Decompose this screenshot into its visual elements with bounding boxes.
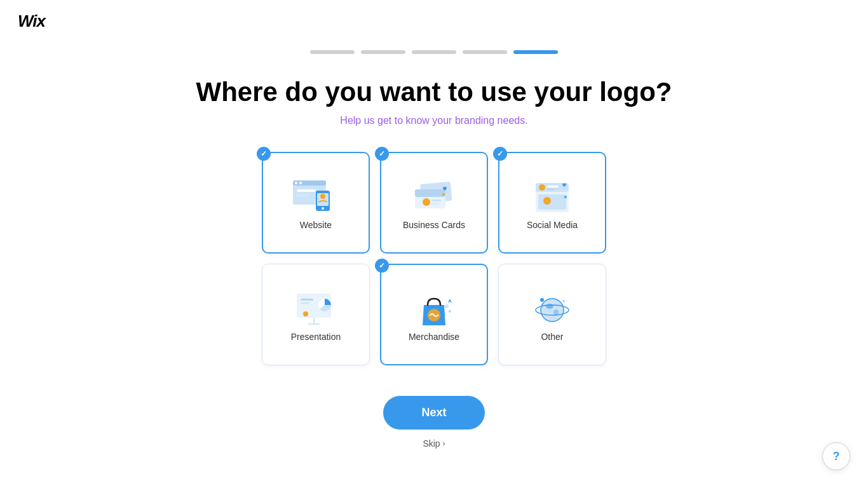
social-media-icon <box>527 175 578 220</box>
svg-point-31 <box>303 311 308 316</box>
cards-grid: ✓ Website ✓ <box>262 152 606 365</box>
svg-rect-22 <box>538 194 566 210</box>
page-subtitle: Help us get to know your branding needs. <box>340 115 527 126</box>
svg-point-8 <box>322 207 324 210</box>
business-cards-icon <box>409 175 459 220</box>
help-button[interactable]: ? <box>822 442 850 470</box>
next-button[interactable]: Next <box>383 396 484 430</box>
wix-logo: Wix <box>18 11 45 31</box>
progress-segment-5 <box>513 50 558 54</box>
main-content: Where do you want to use your logo? Help… <box>0 77 868 449</box>
website-icon <box>290 175 341 220</box>
svg-point-13 <box>423 198 430 206</box>
check-business-cards: ✓ <box>375 147 389 161</box>
card-website-label: Website <box>300 220 332 230</box>
svg-point-19 <box>539 184 545 191</box>
progress-segment-4 <box>463 50 507 54</box>
svg-rect-20 <box>547 186 559 187</box>
card-social-media-label: Social Media <box>527 220 578 230</box>
progress-segment-1 <box>310 50 355 54</box>
card-business-cards[interactable]: ✓ Business Cards <box>380 152 488 254</box>
svg-point-33 <box>445 304 449 308</box>
top-bar: Wix <box>0 0 868 43</box>
svg-rect-14 <box>431 200 442 201</box>
svg-rect-12 <box>415 189 445 197</box>
card-other[interactable]: Other <box>498 264 606 365</box>
svg-point-41 <box>553 309 559 316</box>
skip-arrow-icon: › <box>443 439 445 448</box>
check-merchandise: ✓ <box>375 259 389 273</box>
svg-rect-26 <box>301 299 313 301</box>
progress-bar <box>0 50 868 54</box>
card-merchandise-label: Merchandise <box>409 332 459 342</box>
svg-point-38 <box>540 298 544 302</box>
other-icon <box>527 287 578 332</box>
skip-link[interactable]: Skip › <box>423 438 445 449</box>
svg-rect-4 <box>297 189 316 192</box>
progress-segment-2 <box>361 50 405 54</box>
svg-point-3 <box>299 182 302 184</box>
check-social-media: ✓ <box>493 147 507 161</box>
svg-point-39 <box>562 300 565 302</box>
svg-point-2 <box>295 182 297 184</box>
card-website[interactable]: ✓ Website <box>262 152 370 254</box>
card-other-label: Other <box>541 332 563 342</box>
svg-point-34 <box>449 310 451 313</box>
svg-rect-21 <box>547 189 555 190</box>
merchandise-icon <box>409 287 459 332</box>
svg-point-40 <box>546 304 553 309</box>
check-website: ✓ <box>257 147 271 161</box>
card-business-cards-label: Business Cards <box>403 220 465 230</box>
svg-rect-15 <box>431 203 439 205</box>
card-merchandise[interactable]: ✓ Merchandise <box>380 264 488 365</box>
progress-segment-3 <box>412 50 456 54</box>
svg-rect-1 <box>293 180 326 186</box>
svg-rect-27 <box>301 302 309 304</box>
card-presentation-label: Presentation <box>291 332 341 342</box>
presentation-icon <box>290 287 341 332</box>
card-social-media[interactable]: ✓ Social Media <box>498 152 606 254</box>
page-title: Where do you want to use your logo? <box>196 77 672 107</box>
svg-point-23 <box>543 197 551 205</box>
skip-label: Skip <box>423 438 440 449</box>
card-presentation[interactable]: Presentation <box>262 264 370 365</box>
svg-point-9 <box>320 194 325 199</box>
svg-rect-5 <box>297 194 309 196</box>
